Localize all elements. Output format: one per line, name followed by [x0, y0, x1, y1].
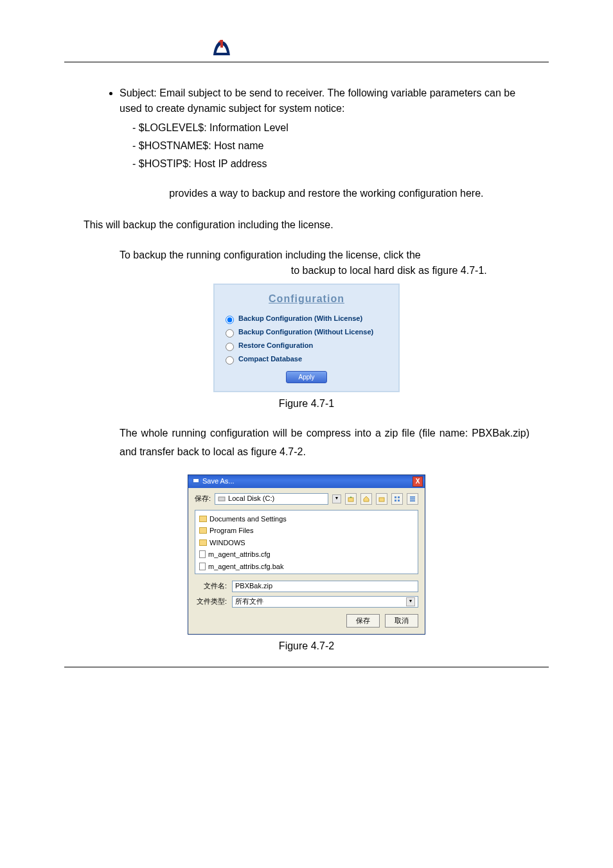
svg-rect-3: [218, 497, 225, 501]
figure-4-7-1-caption: Figure 4.7-1: [84, 396, 529, 411]
folder-icon: [199, 539, 207, 546]
file-cfg-label: m_agent_attribs.cfg: [208, 549, 271, 560]
backup-instruction-line1: To backup the running configuration incl…: [120, 248, 529, 263]
savein-combo[interactable]: Local Disk (C:): [215, 493, 328, 505]
subject-text: Subject: Email subject to be send to rec…: [120, 87, 515, 114]
compress-paragraph: The whole running configuration will be …: [84, 424, 529, 462]
backup-instruction-line2: to backup to local hard disk as figure 4…: [120, 263, 529, 278]
subject-bullet: Subject: Email subject to be send to rec…: [120, 86, 529, 172]
drive-text: Local Disk (C:): [228, 493, 274, 504]
filetype-label: 文件类型:: [195, 596, 227, 607]
folder-icon: [199, 516, 207, 522]
apply-button[interactable]: Apply: [286, 371, 326, 383]
radio-backup-with-license[interactable]: Backup Configuration (With License): [222, 313, 391, 324]
radio-label-restore: Restore Configuration: [238, 341, 313, 349]
folder-windows[interactable]: WINDOWS: [198, 537, 415, 549]
save-as-title: Save As...: [202, 476, 235, 487]
folder-win-label: WINDOWS: [209, 538, 245, 548]
new-folder-icon[interactable]: [376, 493, 387, 505]
intro-paragraph: provides a way to backup and restore the…: [84, 185, 529, 203]
config-title: Configuration: [222, 291, 391, 307]
cancel-button[interactable]: 取消: [385, 614, 418, 628]
svg-rect-0: [215, 53, 229, 55]
radio-label-with-license: Backup Configuration (With License): [238, 314, 362, 322]
svg-rect-2: [193, 479, 199, 482]
save-dialog-icon: [192, 478, 200, 485]
savein-dropdown-arrow[interactable]: ▼: [332, 494, 341, 503]
folder-program-files[interactable]: Program Files: [198, 525, 415, 537]
footer-rule: [64, 667, 549, 667]
svg-rect-9: [398, 500, 400, 502]
filename-input[interactable]: PBXBak.zip: [232, 581, 418, 592]
radio-compact-database[interactable]: Compact Database: [222, 354, 391, 365]
file-cfg-bak[interactable]: m_agent_attribs.cfg.bak: [198, 561, 415, 573]
radio-input-with-license[interactable]: [226, 316, 234, 324]
home-icon[interactable]: [360, 493, 372, 505]
variable-sublist: $LOGLEVEL$: Information Level $HOSTNAME$…: [120, 120, 529, 172]
view-grid-icon[interactable]: [391, 493, 403, 505]
save-button[interactable]: 保存: [346, 614, 380, 628]
svg-rect-5: [379, 498, 384, 502]
var-hostname: $HOSTNAME$: Host name: [132, 138, 529, 154]
filetype-select[interactable]: 所有文件 ▼: [232, 596, 418, 608]
file-list-area[interactable]: Documents and Settings Program Files WIN…: [195, 510, 418, 574]
svg-rect-7: [398, 496, 400, 498]
radio-input-without-license[interactable]: [226, 329, 234, 338]
radio-label-compact: Compact Database: [238, 355, 302, 363]
file-bak-label: m_agent_attribs.cfg.bak: [208, 561, 283, 572]
header-rule: [64, 62, 549, 62]
save-as-dialog: Save As... X 保存: Local Disk (C:) ▼: [188, 475, 425, 635]
close-button[interactable]: X: [413, 476, 423, 487]
save-as-titlebar[interactable]: Save As... X: [188, 475, 425, 488]
svg-rect-8: [395, 500, 396, 502]
subject-list: Subject: Email subject to be send to rec…: [84, 86, 529, 172]
folder-docs-label: Documents and Settings: [209, 514, 287, 525]
svg-rect-4: [348, 498, 353, 502]
filename-value: PBXBak.zip: [235, 581, 272, 592]
file-icon: [199, 550, 206, 558]
drive-icon: [218, 495, 226, 503]
file-icon: [199, 563, 206, 570]
svg-rect-10: [410, 496, 415, 498]
filetype-dropdown-arrow[interactable]: ▼: [406, 597, 415, 606]
up-folder-icon[interactable]: [345, 493, 357, 505]
filename-label: 文件名:: [195, 581, 227, 592]
folder-icon: [199, 527, 207, 534]
backup-license-paragraph: This will backup the configuration inclu…: [84, 216, 529, 235]
savein-label: 保存:: [195, 493, 211, 504]
radio-label-without-license: Backup Configuration (Without License): [238, 328, 373, 336]
radio-restore-config[interactable]: Restore Configuration: [222, 340, 391, 351]
radio-input-compact[interactable]: [226, 356, 234, 365]
folder-pf-label: Program Files: [209, 525, 253, 536]
configuration-panel: Configuration Backup Configuration (With…: [213, 284, 400, 392]
figure-4-7-2-caption: Figure 4.7-2: [84, 638, 529, 654]
var-loglevel: $LOGLEVEL$: Information Level: [132, 120, 529, 136]
svg-rect-6: [395, 496, 396, 498]
filetype-value: 所有文件: [235, 596, 263, 607]
radio-backup-without-license[interactable]: Backup Configuration (Without License): [222, 327, 391, 338]
header-logo: [64, 39, 549, 57]
file-cfg[interactable]: m_agent_attribs.cfg: [198, 548, 415, 561]
view-list-icon[interactable]: [407, 493, 418, 505]
svg-rect-12: [410, 500, 415, 502]
radio-input-restore[interactable]: [226, 343, 234, 351]
folder-documents[interactable]: Documents and Settings: [198, 513, 415, 525]
logo-icon: [212, 39, 231, 57]
var-hostip: $HOSTIP$: Host IP address: [132, 156, 529, 172]
svg-rect-11: [410, 498, 415, 500]
